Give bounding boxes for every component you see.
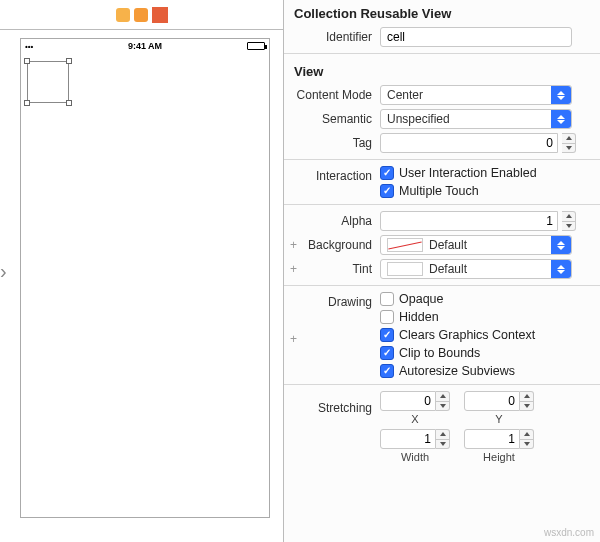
identifier-input[interactable] <box>380 27 572 47</box>
checkbox-on-icon <box>380 166 394 180</box>
divider <box>284 53 600 54</box>
tag-stepper[interactable] <box>562 133 576 153</box>
storyboard-canvas-pane: › ••• 9:41 AM <box>0 0 284 542</box>
watermark: wsxdn.com <box>544 527 594 538</box>
dropdown-arrows-icon <box>551 86 571 104</box>
dropdown-arrows-icon <box>551 236 571 254</box>
device-frame[interactable]: ••• 9:41 AM <box>20 38 270 518</box>
color-swatch-default-icon <box>387 238 423 252</box>
stretch-y-label: Y <box>495 413 502 425</box>
content-mode-value: Center <box>387 88 423 102</box>
status-bar: ••• 9:41 AM <box>21 39 269 53</box>
stretch-height-input[interactable] <box>464 429 520 449</box>
checkbox-on-icon <box>380 364 394 378</box>
stretch-width-stepper[interactable] <box>436 429 450 449</box>
divider <box>284 204 600 205</box>
alpha-label: Alpha <box>292 214 380 228</box>
stretch-y-input[interactable] <box>464 391 520 411</box>
toolbar-square-icon[interactable] <box>152 7 168 23</box>
identifier-label: Identifier <box>292 30 380 44</box>
autoresize-checkbox[interactable]: Autoresize Subviews <box>380 364 515 378</box>
section-title-view: View <box>284 58 600 83</box>
color-swatch-blue-icon <box>387 262 423 276</box>
checkbox-off-icon <box>380 292 394 306</box>
stretch-height-stepper[interactable] <box>520 429 534 449</box>
tag-input[interactable] <box>380 133 558 153</box>
user-interaction-checkbox[interactable]: User Interaction Enabled <box>380 166 537 180</box>
hidden-checkbox[interactable]: Hidden <box>380 310 439 324</box>
semantic-select[interactable]: Unspecified <box>380 109 572 129</box>
resize-handle-icon[interactable] <box>24 100 30 106</box>
checkbox-on-icon <box>380 184 394 198</box>
toolbar-dot-icon[interactable] <box>134 8 148 22</box>
checkbox-off-icon <box>380 310 394 324</box>
dropdown-arrows-icon <box>551 260 571 278</box>
divider <box>284 384 600 385</box>
alpha-stepper[interactable] <box>562 211 576 231</box>
collection-cell[interactable] <box>27 61 69 103</box>
stretch-y-stepper[interactable] <box>520 391 534 411</box>
multiple-touch-checkbox[interactable]: Multiple Touch <box>380 184 479 198</box>
drawing-label: Drawing <box>292 292 380 309</box>
background-select[interactable]: Default <box>380 235 572 255</box>
stretch-x-input[interactable] <box>380 391 436 411</box>
chevron-right-icon[interactable]: › <box>0 260 7 283</box>
background-value: Default <box>429 238 467 252</box>
divider <box>284 285 600 286</box>
resize-handle-icon[interactable] <box>66 58 72 64</box>
signal-icon: ••• <box>25 42 33 51</box>
stretch-width-input[interactable] <box>380 429 436 449</box>
attributes-inspector: Collection Reusable View Identifier View… <box>284 0 600 542</box>
plus-icon[interactable]: + <box>288 238 299 252</box>
tint-select[interactable]: Default <box>380 259 572 279</box>
semantic-label: Semantic <box>292 112 380 126</box>
clears-graphics-checkbox[interactable]: Clears Graphics Context <box>380 328 535 342</box>
stretch-x-stepper[interactable] <box>436 391 450 411</box>
clip-bounds-checkbox[interactable]: Clip to Bounds <box>380 346 480 360</box>
plus-icon[interactable]: + <box>288 332 299 346</box>
semantic-value: Unspecified <box>387 112 450 126</box>
section-title-collection: Collection Reusable View <box>284 0 600 25</box>
checkbox-on-icon <box>380 346 394 360</box>
stretch-x-label: X <box>411 413 418 425</box>
dropdown-arrows-icon <box>551 110 571 128</box>
interaction-label: Interaction <box>292 166 380 183</box>
content-mode-select[interactable]: Center <box>380 85 572 105</box>
resize-handle-icon[interactable] <box>66 100 72 106</box>
resize-handle-icon[interactable] <box>24 58 30 64</box>
status-time: 9:41 AM <box>128 41 162 51</box>
tag-label: Tag <box>292 136 380 150</box>
background-label: Background <box>292 238 380 252</box>
plus-icon[interactable]: + <box>288 262 299 276</box>
divider <box>284 159 600 160</box>
canvas-toolbar <box>0 0 283 30</box>
tint-value: Default <box>429 262 467 276</box>
stretch-height-label: Height <box>483 451 515 463</box>
opaque-checkbox[interactable]: Opaque <box>380 292 443 306</box>
stretch-width-label: Width <box>401 451 429 463</box>
checkbox-on-icon <box>380 328 394 342</box>
alpha-input[interactable] <box>380 211 558 231</box>
stretching-label: Stretching <box>292 401 380 415</box>
tint-label: Tint <box>292 262 380 276</box>
content-mode-label: Content Mode <box>292 88 380 102</box>
toolbar-dot-icon[interactable] <box>116 8 130 22</box>
battery-icon <box>247 42 265 50</box>
